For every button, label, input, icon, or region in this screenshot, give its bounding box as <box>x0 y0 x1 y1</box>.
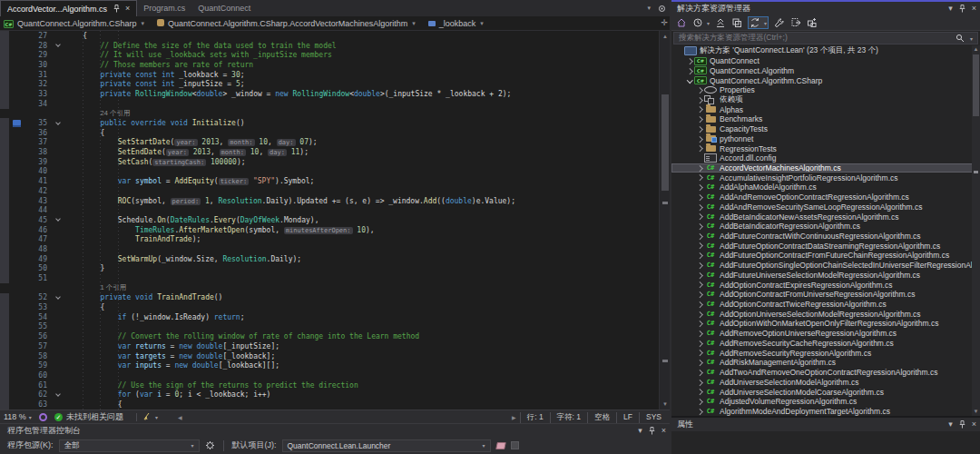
tree-item[interactable]: 依赖项 <box>671 95 980 105</box>
tree-item[interactable]: pythonnet <box>671 133 980 143</box>
code-line-58[interactable]: 58 var targets = new double[_lookback]; <box>0 351 659 361</box>
window-position-icon[interactable]: ▾ <box>638 427 642 435</box>
expander-icon[interactable] <box>695 127 704 132</box>
close-icon[interactable]: × <box>972 5 976 13</box>
tree-item[interactable]: CapacityTests <box>671 124 980 134</box>
window-position-icon[interactable]: ▾ <box>948 5 953 13</box>
tree-item[interactable]: C#AddFutureOptionSingleOptionChainSelect… <box>671 261 980 271</box>
add-item-icon[interactable] <box>807 17 818 28</box>
search-icon[interactable] <box>956 34 965 43</box>
expander-icon[interactable] <box>695 350 704 355</box>
close-icon[interactable]: × <box>972 420 976 429</box>
code-line-60[interactable]: 60 <box>0 370 659 380</box>
expander-icon[interactable] <box>695 88 704 93</box>
code-line-41[interactable]: 41 var symbol = AddEquity(ticker: "SPY")… <box>0 176 659 186</box>
collapse-all-icon[interactable] <box>715 17 726 28</box>
properties-titlebar[interactable]: 属性 ▾ × <box>671 418 980 431</box>
expander-icon[interactable] <box>695 146 704 151</box>
project-dropdown[interactable]: C# QuantConnect.Algorithm.CSharp ▾ <box>4 19 144 28</box>
tree-item[interactable]: 解决方案 'QuantConnect.Lean' (23 个项目, 共 23 个… <box>671 46 980 56</box>
zoom-control[interactable]: 118 % ▾ <box>4 412 32 421</box>
document-health-icon[interactable] <box>39 413 47 421</box>
code-area[interactable]: 27 {28 // Define the size of the data us… <box>0 31 659 410</box>
tree-item[interactable]: C#AddFutureContractWithContinuousRegress… <box>671 232 980 242</box>
code-line-44[interactable]: 44 <box>0 205 659 215</box>
code-line-56[interactable]: 56 // Convert the rolling window of rate… <box>0 331 659 341</box>
code-line-63[interactable]: 63 { <box>0 400 659 410</box>
expander-icon[interactable] <box>695 312 704 317</box>
fold-chevron-icon[interactable] <box>55 391 61 397</box>
status-item[interactable]: 行: 1 <box>520 412 550 423</box>
expander-icon[interactable] <box>695 302 704 307</box>
settings-wrench-icon[interactable] <box>774 17 785 28</box>
expander-icon[interactable] <box>695 243 704 248</box>
tree-item[interactable]: C#AddFutureUniverseSelectionModelRegress… <box>671 271 980 281</box>
tree-item[interactable]: Benchmarks <box>671 114 980 124</box>
tree-item[interactable]: Alphas <box>671 104 980 114</box>
pin-icon[interactable] <box>113 5 120 13</box>
tree-item[interactable]: C#AddRemoveOptionUniverseRegressionAlgor… <box>671 329 980 339</box>
codelens-references[interactable]: 24 个引用 <box>0 109 659 119</box>
tree-item[interactable]: C#AddOptionContractExpiresRegressionAlgo… <box>671 280 980 290</box>
tree-item[interactable]: C#AddOptionWithOnMarketOpenOnlyFilterReg… <box>671 319 980 329</box>
editor-options-icon[interactable] <box>658 5 666 13</box>
code-line-48[interactable]: 48 <box>0 244 659 254</box>
expander-icon[interactable] <box>695 224 704 229</box>
tree-item[interactable]: C#AddRemoveSecurityCacheRegressionAlgori… <box>671 339 980 349</box>
code-line-45[interactable]: 45 Schedule.On(DateRules.Every(DayOfWeek… <box>0 215 659 225</box>
pin-icon[interactable] <box>959 420 965 429</box>
expander-icon[interactable] <box>695 331 704 336</box>
sync-with-active-document-icon[interactable]: ▾ <box>748 16 769 29</box>
code-line-42[interactable]: 42 <box>0 186 659 196</box>
expander-icon[interactable] <box>685 59 694 64</box>
tree-item[interactable]: C#AddBetaIndicatorNewAssetsRegressionAlg… <box>671 212 980 222</box>
fold-chevron-icon[interactable] <box>55 294 61 300</box>
expander-icon[interactable] <box>695 282 704 287</box>
code-line-57[interactable]: 57 var returns = new double[_inputSize]; <box>0 341 659 351</box>
code-line-46[interactable]: 46 TimeRules.AfterMarketOpen(symbol, min… <box>0 225 659 235</box>
expander-icon[interactable] <box>695 234 704 239</box>
tree-item[interactable]: C#AccordVectorMachinesAlgorithm.cs <box>671 163 980 173</box>
tree-item[interactable]: C#AddUniverseSelectionModelCoarseAlgorit… <box>671 387 980 397</box>
vertical-scrollbar[interactable]: ▲ ▼ <box>659 31 670 410</box>
code-line-36[interactable]: 36 { <box>0 128 659 138</box>
expander-icon[interactable] <box>695 400 704 404</box>
tree-item[interactable]: C#AddAndRemoveOptionContractRegressionAl… <box>671 192 980 202</box>
stop-icon[interactable] <box>511 441 519 449</box>
tree-scrollbar[interactable]: ▲ ▼ <box>972 45 980 416</box>
tree-item[interactable]: C#AddOptionContractTwiceRegressionAlgori… <box>671 300 980 310</box>
expander-icon[interactable] <box>695 360 704 365</box>
code-line-27[interactable]: 27 { <box>0 31 659 41</box>
pin-icon[interactable] <box>959 5 965 13</box>
code-line-39[interactable]: 39 SetCash(startingCash: 100000); <box>0 157 659 167</box>
tree-item[interactable]: C#AddRemoveSecurityRegressionAlgorithm.c… <box>671 348 980 358</box>
code-line-40[interactable]: 40 <box>0 167 659 177</box>
code-line-37[interactable]: 37 SetStartDate(year: 2013, month: 10, d… <box>0 138 659 148</box>
package-source-settings-gear-icon[interactable] <box>205 440 215 450</box>
status-item[interactable]: LF <box>616 412 639 423</box>
pin-icon[interactable] <box>649 427 655 435</box>
expander-icon[interactable] <box>695 214 704 219</box>
code-line-50[interactable]: 50 } <box>0 264 659 274</box>
expander-icon[interactable] <box>695 410 704 414</box>
code-line-61[interactable]: 61 // Use the sign of the returns to pre… <box>0 380 659 390</box>
tree-item[interactable]: C#AddBetaIndicatorRegressionAlgorithm.cs <box>671 222 980 232</box>
show-all-files-icon[interactable] <box>790 17 801 28</box>
expander-icon[interactable] <box>695 321 704 326</box>
search-input[interactable]: 搜索解决方案资源管理器(Ctrl+;) ▾ <box>673 32 978 44</box>
code-line-32[interactable]: 32 private const int _inputSize = 5; <box>0 79 659 89</box>
code-line-51[interactable]: 51 <box>0 273 659 283</box>
expander-icon[interactable] <box>695 390 704 394</box>
scroll-down-icon[interactable]: ▼ <box>972 408 980 416</box>
tree-item[interactable]: Properties <box>671 85 980 95</box>
tree-item[interactable]: C#AddFutureOptionContractDataStreamingRe… <box>671 241 980 251</box>
tab-quantconnect[interactable]: QuantConnect <box>191 0 257 16</box>
status-item[interactable]: 字符: 1 <box>550 412 587 423</box>
scrollbar-thumb[interactable] <box>662 94 669 191</box>
expander-icon[interactable] <box>685 78 694 83</box>
tree-item[interactable]: C#QuantConnect.Algorithm.CSharp <box>671 75 980 85</box>
tree-item[interactable]: C#QuantConnect <box>671 56 980 66</box>
fold-chevron-icon[interactable] <box>55 120 61 125</box>
hscroll-right-icon[interactable]: ▶ <box>512 414 516 420</box>
scroll-down-icon[interactable]: ▼ <box>660 400 670 409</box>
